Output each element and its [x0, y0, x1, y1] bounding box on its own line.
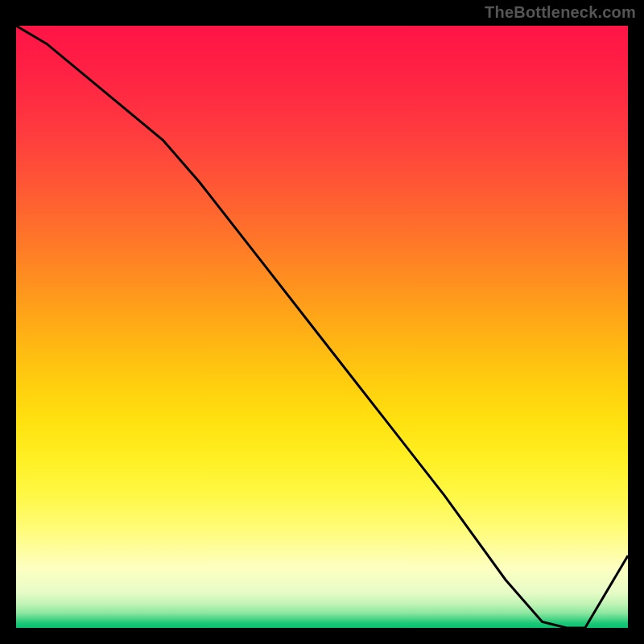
watermark-text: TheBottleneck.com [485, 3, 636, 22]
gradient-background [16, 26, 628, 628]
chart-frame: TheBottleneck.com [0, 0, 644, 644]
chart-svg [16, 26, 628, 628]
plot-area [16, 26, 628, 628]
plot-border [13, 23, 631, 631]
